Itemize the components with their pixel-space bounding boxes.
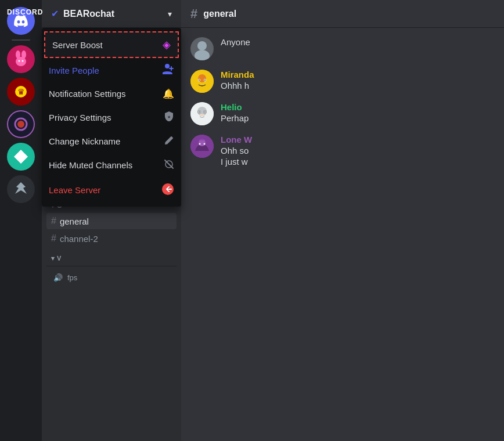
svg-point-31 [199,143,201,145]
fps-label: fps [67,273,77,282]
svg-text:♛: ♛ [17,87,25,96]
server-icon-dark-dragon[interactable] [7,175,35,203]
fps-icon: 🔊 [53,273,63,282]
menu-item-leave-server[interactable]: Leave Server [42,177,181,203]
svg-point-2 [16,57,26,66]
server-icon-pink-bunny[interactable] [7,45,35,73]
change-nickname-label: Change Nickname [49,136,120,146]
avatar [190,135,214,158]
channel-hash-icon-2: # [51,233,56,244]
channel-category-v: ▾ V [46,252,177,265]
menu-item-change-nickname[interactable]: Change Nickname [42,129,181,153]
message-author: Helio [221,102,249,112]
server-divider [12,39,30,41]
svg-point-21 [204,79,206,81]
chat-header-title: general [203,9,236,19]
svg-line-11 [165,160,173,168]
svg-point-15 [195,50,210,60]
avatar [190,70,214,93]
app-title: DISCORD [7,8,43,16]
table-row: Anyone [190,37,495,60]
avatar [190,102,214,125]
table-row: Lone W Ohh so I just w [190,135,495,167]
svg-point-4 [22,60,24,62]
channel-name-general: general [60,216,89,226]
message-author: Lone W [221,135,252,144]
invite-people-label: Invite People [49,66,99,75]
message-text: Anyone [221,37,250,47]
server-dropdown-arrow-icon[interactable]: ▾ [168,9,172,19]
server-header[interactable]: ✔ BEARochat ▾ [42,0,181,28]
notification-settings-label: Notification Settings [49,89,126,99]
change-nickname-icon [164,135,174,147]
invite-people-icon [163,64,174,77]
menu-item-server-boost[interactable]: Server Boost ◈ [44,31,179,58]
hide-muted-channels-label: Hide Muted Channels [49,160,132,170]
menu-item-hide-muted-channels[interactable]: Hide Muted Channels [42,153,181,177]
svg-point-14 [197,41,207,50]
svg-text:★: ★ [167,115,171,119]
table-row: Miranda Ohhh h [190,70,495,93]
svg-point-28 [200,114,204,116]
channel-item-ch2[interactable]: # channel-2 [46,230,177,247]
server-list: ♛ [0,0,42,441]
leave-server-icon [161,183,174,197]
svg-point-8 [17,121,24,128]
verified-badge-icon: ✔ [51,8,59,19]
message-text: Ohh so [221,146,252,156]
menu-item-notification-settings[interactable]: Notification Settings 🔔 [42,82,181,105]
chat-header-hash-icon: # [190,6,197,21]
message-content: Lone W Ohh so I just w [221,135,252,167]
hide-muted-channels-icon [164,159,174,171]
main-chat: # general Anyone [181,0,504,441]
channel-sidebar: ✔ BEARochat ▾ Server Boost ◈ Invite Peop… [42,0,181,441]
menu-item-privacy-settings[interactable]: Privacy Settings ★ [42,105,181,129]
message-text: Perhap [221,113,249,123]
channel-item-general[interactable]: # general [46,213,177,229]
svg-point-27 [204,111,206,113]
table-row: Helio Perhap [190,102,495,125]
message-content: Miranda Ohhh h [221,70,254,91]
server-icon-red-lion[interactable]: ♛ [7,78,35,106]
svg-marker-9 [14,150,28,164]
chat-messages: Anyone Miranda Ohhh h [181,28,504,441]
fps-channel[interactable]: 🔊 fps [46,266,177,289]
svg-point-3 [19,60,20,62]
chat-header: # general [181,0,504,28]
message-text-2: I just w [221,157,252,167]
svg-point-20 [199,79,200,81]
notification-settings-icon: 🔔 [163,88,174,99]
server-icon-teal-diamond[interactable] [7,143,35,171]
svg-point-32 [204,143,206,145]
server-name: BEARochat [63,9,114,19]
message-content: Helio Perhap [221,102,249,123]
channel-hash-icon: # [51,216,56,226]
leave-server-label: Leave Server [49,185,100,195]
message-content: Anyone [221,37,250,47]
menu-item-invite-people[interactable]: Invite People [42,58,181,82]
privacy-settings-label: Privacy Settings [49,113,111,122]
message-text: Ohhh h [221,81,254,91]
server-boost-label: Server Boost [52,40,103,50]
server-context-menu: Server Boost ◈ Invite People Notificatio… [42,28,181,207]
svg-point-26 [199,111,200,113]
privacy-settings-icon: ★ [164,111,174,124]
boost-icon: ◈ [163,38,171,51]
avatar [190,37,214,60]
channel-name-ch2: channel-2 [60,234,98,244]
message-author: Miranda [221,70,254,79]
server-icon-purple-ring[interactable] [7,110,35,138]
